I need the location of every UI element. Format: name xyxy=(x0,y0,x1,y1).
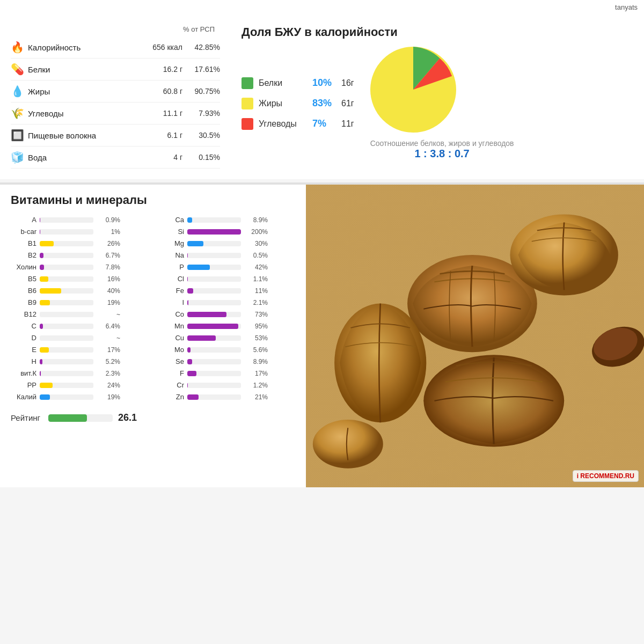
vit-row: Mg 30% xyxy=(158,239,295,247)
vit-row: Na 0.5% xyxy=(158,251,295,259)
vit-name: P xyxy=(158,263,184,271)
nutr-pct: 42.85% xyxy=(182,43,220,52)
vit-bar-wrap xyxy=(187,335,241,341)
vit-bar-wrap xyxy=(187,217,241,223)
vit-row: P 42% xyxy=(158,263,295,271)
vit-name: Se xyxy=(158,357,184,365)
vit-bar xyxy=(40,229,40,235)
vit-pct: ~ xyxy=(97,334,120,342)
vit-pct: 11% xyxy=(244,287,268,295)
vit-bar-wrap xyxy=(40,312,93,317)
vit-row: B5 16% xyxy=(11,275,148,283)
legend-row: Белки 10% 16г xyxy=(241,77,354,89)
vit-pct: 2.3% xyxy=(97,370,120,377)
vit-row: Fe 11% xyxy=(158,287,295,295)
vit-bar-wrap xyxy=(187,300,241,305)
legend-grams: 11г xyxy=(341,119,354,129)
vit-pct: 17% xyxy=(244,370,268,377)
vit-pct: 24% xyxy=(97,382,120,389)
vit-bar xyxy=(40,394,50,400)
legend-pct: 83% xyxy=(312,98,336,109)
nutr-name: Калорийность xyxy=(28,43,134,52)
vit-bar xyxy=(187,217,192,223)
vit-name: Si xyxy=(158,228,184,236)
vit-row: Ca 8.9% xyxy=(158,216,295,224)
vit-row: B6 40% xyxy=(11,287,148,295)
vit-bar xyxy=(40,371,41,376)
pie-title: Доля БЖУ в калорийности xyxy=(241,25,633,39)
vit-name: Co xyxy=(158,310,184,318)
nutrition-row: 🌾 Углеводы 11.1 г 7.93% xyxy=(11,103,220,125)
vit-bar xyxy=(40,300,50,305)
vit-row: Cl 1.1% xyxy=(158,275,295,283)
vit-bar-wrap xyxy=(40,217,93,223)
vit-row: B2 6.7% xyxy=(11,251,148,259)
vit-row: B1 26% xyxy=(11,239,148,247)
rsp-header: % от РСП xyxy=(11,25,220,33)
nutr-pct: 7.93% xyxy=(182,109,220,118)
vit-row: E 17% xyxy=(11,346,148,354)
vit-bar xyxy=(187,312,226,317)
vit-pct: 1.2% xyxy=(244,382,268,389)
vit-bar xyxy=(40,241,54,246)
vit-pct: 0.9% xyxy=(97,216,120,224)
ratio-text: Соотношение белков, жиров и углеводов xyxy=(370,139,514,148)
vit-bar xyxy=(40,324,43,329)
ratio-numbers: 1 : 3.8 : 0.7 xyxy=(370,148,514,160)
legend-row: Жиры 83% 61г xyxy=(241,98,354,109)
vit-bar xyxy=(187,394,199,400)
vit-bar-wrap xyxy=(187,359,241,364)
vit-row: PP 24% xyxy=(11,381,148,389)
nutr-value: 4 г xyxy=(134,153,182,162)
nutr-icon: 💊 xyxy=(11,63,28,76)
vit-name: B9 xyxy=(11,298,36,306)
vit-name: Mg xyxy=(158,239,184,247)
vit-row: Co 73% xyxy=(158,310,295,318)
vitamins-left-col: A 0.9% b-car 1% B1 26% B2 6.7% Холин 7.8… xyxy=(11,216,148,405)
vit-bar xyxy=(187,288,193,294)
vit-name: B1 xyxy=(11,239,36,247)
vit-bar-wrap xyxy=(40,371,93,376)
vit-row: B9 19% xyxy=(11,298,148,306)
vit-bar xyxy=(40,359,42,364)
vit-name: D xyxy=(11,334,36,342)
vit-name: B2 xyxy=(11,251,36,259)
vit-row: Cu 53% xyxy=(158,334,295,342)
vit-row: C 6.4% xyxy=(11,322,148,330)
legend-label: Белки xyxy=(259,78,307,88)
vit-name: B12 xyxy=(11,310,36,318)
nutr-name: Вода xyxy=(28,153,134,162)
vit-bar xyxy=(187,300,188,305)
vitamins-title: Витамины и минералы xyxy=(11,193,295,207)
nutr-pct: 17.61% xyxy=(182,65,220,74)
vit-bar-wrap xyxy=(40,324,93,329)
nutr-name: Углеводы xyxy=(28,109,134,118)
vit-pct: 19% xyxy=(97,299,120,306)
walnut-image: i RECOMMEND.RU xyxy=(306,185,644,487)
vit-bar-wrap xyxy=(40,229,93,235)
vit-bar xyxy=(40,253,43,258)
vit-name: B6 xyxy=(11,287,36,295)
username: tanyats xyxy=(615,3,638,11)
vit-name: Na xyxy=(158,251,184,259)
vit-bar-wrap xyxy=(40,253,93,258)
vit-name: E xyxy=(11,346,36,354)
vit-row: Калий 19% xyxy=(11,393,148,401)
vit-row: A 0.9% xyxy=(11,216,148,224)
nutr-icon: 🌾 xyxy=(11,107,28,120)
vit-name: H xyxy=(11,357,36,365)
legend-label: Жиры xyxy=(259,99,307,108)
vit-bar-wrap xyxy=(40,300,93,305)
vit-bar-wrap xyxy=(40,265,93,270)
walnut-svg xyxy=(306,185,644,487)
vit-bar xyxy=(187,241,203,246)
rating-label: Рейтинг xyxy=(11,413,43,422)
nutr-pct: 90.75% xyxy=(182,87,220,96)
pie-legend: Белки 10% 16г Жиры 83% 61г Углеводы 7% 1… xyxy=(241,77,354,130)
nutr-pct: 0.15% xyxy=(182,153,220,162)
legend-color-box xyxy=(241,118,253,130)
vit-pct: 21% xyxy=(244,393,268,401)
vitamins-columns: A 0.9% b-car 1% B1 26% B2 6.7% Холин 7.8… xyxy=(11,216,295,405)
pie-svg xyxy=(370,47,456,133)
nutr-value: 656 ккал xyxy=(134,43,182,52)
